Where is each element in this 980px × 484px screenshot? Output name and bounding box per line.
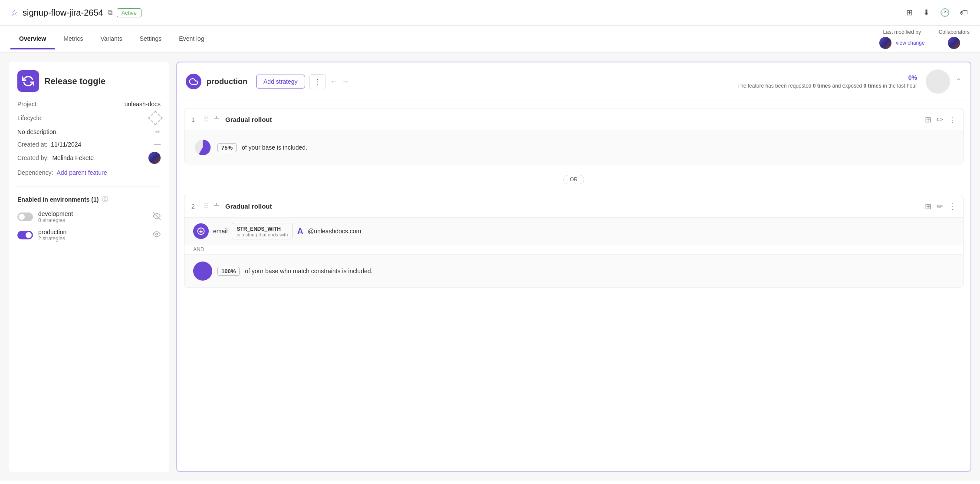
copy-icon[interactable]: ⧉ (108, 9, 112, 16)
strategy-1-edit-button[interactable]: ✏ (937, 115, 943, 124)
tab-variants[interactable]: Variants (92, 29, 131, 49)
strategy-2-more-button[interactable]: ⋮ (948, 202, 956, 211)
description-row: No description. ✏ (17, 128, 161, 135)
strategy-1-toggle-icon (212, 114, 221, 124)
add-header-button[interactable]: ⊞ (904, 6, 914, 19)
creator-avatar (148, 152, 161, 164)
svg-point-1 (156, 233, 158, 235)
production-cloud-icon (186, 74, 201, 89)
production-toggle[interactable] (17, 231, 33, 239)
drag-icon-1[interactable]: ⠿ (204, 115, 209, 124)
strategy-1-body: 75% of your base is included. (184, 131, 963, 164)
strategy-list: 1 ⠿ Gradual rollout ⊞ ✏ ⋮ (177, 108, 970, 288)
edit-description-icon[interactable]: ✏ (155, 128, 161, 135)
production-strategies: 2 strategies (38, 235, 153, 242)
meta-row: view change (879, 37, 925, 49)
arrow-left-icon: ← (330, 77, 338, 86)
environments-section: Enabled in environments (1) ⓪ developmen… (17, 186, 161, 242)
and-label: AND (184, 245, 963, 254)
env-item-production: production 2 strategies (17, 229, 161, 242)
strategy-item-2: 2 ⠿ Gradual rollout ⊞ ✏ ⋮ (184, 195, 964, 288)
dependency-label: Dependency: (17, 169, 53, 176)
exposed-count: 0 times (864, 83, 881, 89)
collaborators-label: Collaborators (939, 29, 970, 35)
strategy-1-body-text: of your base is included. (242, 144, 307, 151)
modifier-avatar (879, 37, 891, 49)
strategy-1-header: 1 ⠿ Gradual rollout ⊞ ✏ ⋮ (184, 108, 963, 131)
development-name: development (38, 210, 153, 217)
strategy-2-body-text: of your base who match constraints is in… (245, 268, 372, 275)
download-header-button[interactable]: ⬇ (921, 6, 931, 19)
constraint-letter: A (297, 226, 303, 236)
header-left: ☆ signup-flow-jira-2654 ⧉ Active (10, 7, 904, 18)
constraint-op-box: STR_ENDS_WITH is a string that ends with (232, 223, 293, 239)
development-eye-icon[interactable] (153, 212, 161, 222)
strategy-2-body: 100% of your base who match constraints … (184, 254, 963, 288)
created-at-icon: — (154, 141, 161, 148)
more-options-button[interactable]: ⋮ (309, 74, 326, 89)
env-percent: 0% (737, 74, 917, 81)
production-eye-icon[interactable] (153, 230, 161, 240)
main-content: Release toggle Project: unleash-docs Lif… (0, 53, 980, 481)
strategy-1-more-button[interactable]: ⋮ (948, 115, 956, 124)
env-item-development: development 0 strategies (17, 210, 161, 223)
feature-title: Release toggle (44, 76, 105, 86)
help-icon[interactable]: ⓪ (102, 196, 108, 203)
context-icon (193, 223, 209, 239)
development-toggle[interactable] (17, 213, 33, 221)
tag-header-button[interactable]: 🏷 (958, 7, 970, 19)
arrow-right-icon: → (342, 77, 349, 86)
active-badge: Active (117, 8, 141, 17)
created-at-row: Created at: 11/11/2024 — (17, 141, 161, 148)
collapse-icon[interactable]: ⌃ (955, 77, 962, 86)
strategy-1-name: Gradual rollout (225, 116, 272, 123)
development-strategies: 0 strategies (38, 217, 153, 223)
view-change-link[interactable]: view change (896, 40, 925, 46)
collaborators-meta: Collaborators (939, 29, 970, 49)
description-text: No description. (17, 128, 58, 135)
production-info: production 2 strategies (38, 229, 153, 242)
strategy-1-actions: ⊞ ✏ ⋮ (925, 115, 956, 124)
star-icon[interactable]: ☆ (10, 7, 18, 18)
top-header: ☆ signup-flow-jira-2654 ⧉ Active ⊞ ⬇ 🕐 🏷 (0, 0, 980, 26)
created-by-row: Created by: Melinda Fekete (17, 152, 161, 164)
arrow-icons: ← → (330, 77, 349, 86)
tab-overview[interactable]: Overview (10, 29, 55, 49)
tab-metrics[interactable]: Metrics (55, 29, 92, 49)
requested-count: 0 times (813, 83, 831, 89)
production-name: production (38, 229, 153, 235)
strategy-1-number: 1 (191, 116, 200, 123)
created-by-name: Melinda Fekete (52, 154, 94, 161)
feature-header: Release toggle (17, 70, 161, 92)
production-section-name: production (207, 77, 247, 86)
strategy-2-toggle-icon (212, 201, 221, 211)
env-stat-text: The feature has been requested 0 times a… (737, 83, 917, 89)
pie-chart-100 (193, 262, 212, 281)
collaborator-avatar (948, 37, 960, 49)
tab-settings[interactable]: Settings (131, 29, 171, 49)
header-icons: ⊞ ⬇ 🕐 🏷 (904, 6, 970, 19)
created-by-label: Created by: (17, 154, 49, 161)
feature-name: signup-flow-jira-2654 (23, 8, 103, 18)
strategy-2-header: 2 ⠿ Gradual rollout ⊞ ✏ ⋮ (184, 195, 963, 217)
add-parent-feature-link[interactable]: Add parent feature (57, 169, 107, 176)
percentage-badge-75: 75% (217, 143, 237, 152)
lifecycle-row: Lifecycle: (17, 113, 161, 123)
lifecycle-label: Lifecycle: (17, 114, 61, 121)
strategy-2-actions: ⊞ ✏ ⋮ (925, 202, 956, 211)
tab-event-log[interactable]: Event log (170, 29, 213, 49)
strategy-1-add-button[interactable]: ⊞ (925, 115, 931, 124)
strategy-2-edit-button[interactable]: ✏ (937, 202, 943, 211)
strategy-2-number: 2 (191, 203, 200, 210)
project-value: unleash-docs (125, 101, 161, 108)
constraint-row: email STR_ENDS_WITH is a string that end… (184, 217, 963, 245)
pie-chart-75 (193, 138, 212, 157)
strategy-2-add-button[interactable]: ⊞ (925, 202, 931, 211)
add-strategy-button[interactable]: Add strategy (256, 75, 305, 88)
constraint-field: email (213, 228, 227, 235)
last-modified-label: Last modified by (883, 29, 921, 35)
history-header-button[interactable]: 🕐 (938, 6, 951, 19)
project-row: Project: unleash-docs (17, 101, 161, 108)
drag-icon-2[interactable]: ⠿ (204, 202, 209, 210)
or-divider: OR (177, 171, 970, 188)
